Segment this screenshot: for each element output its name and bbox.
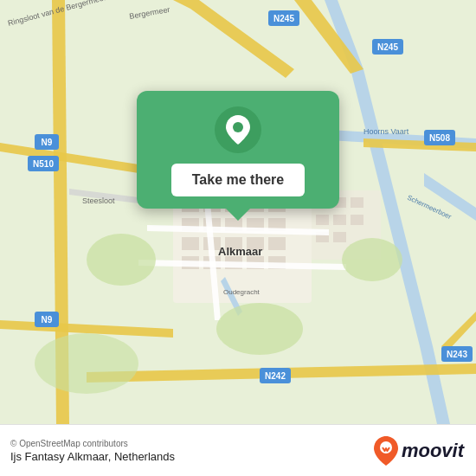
svg-text:N508: N508	[429, 133, 450, 143]
main-container: N9 N9 N510 N245 N245 N508 N242 N243 Rin	[0, 0, 476, 476]
svg-point-59	[233, 122, 243, 132]
svg-text:Oudegracht: Oudegracht	[223, 288, 261, 296]
popup-triangle	[226, 209, 250, 221]
location-popup: Take me there	[137, 91, 339, 209]
svg-point-33	[216, 303, 303, 355]
svg-point-31	[87, 234, 156, 286]
svg-rect-12	[182, 237, 199, 250]
svg-rect-27	[333, 215, 346, 225]
location-name: Ijs Fantasy Alkmaar, Netherlands	[10, 450, 175, 463]
svg-text:Alkmaar: Alkmaar	[218, 245, 262, 258]
footer-left: © OpenStreetMap contributors Ijs Fantasy…	[10, 439, 175, 463]
svg-text:N245: N245	[377, 42, 398, 52]
svg-rect-25	[351, 197, 363, 208]
copyright-text: © OpenStreetMap contributors	[10, 439, 175, 448]
svg-text:N242: N242	[265, 371, 286, 381]
svg-text:N243: N243	[447, 350, 467, 359]
svg-text:Hoorns Vaart: Hoorns Vaart	[363, 127, 409, 136]
moovit-pin-icon	[374, 436, 398, 466]
footer: © OpenStreetMap contributors Ijs Fantasy…	[0, 424, 476, 476]
moovit-text: moovit	[402, 440, 464, 462]
svg-rect-28	[351, 215, 363, 225]
svg-text:N9: N9	[42, 315, 53, 325]
take-me-there-button[interactable]: Take me there	[171, 164, 305, 196]
svg-rect-26	[316, 215, 329, 225]
location-pin-icon	[215, 106, 261, 153]
map-area: N9 N9 N510 N245 N245 N508 N242 N243 Rin	[0, 0, 476, 424]
svg-text:N9: N9	[42, 138, 53, 147]
svg-rect-16	[268, 237, 286, 250]
svg-point-32	[342, 238, 402, 281]
svg-point-34	[35, 333, 138, 394]
moovit-logo: moovit	[374, 436, 464, 466]
svg-rect-30	[333, 232, 346, 242]
svg-text:N510: N510	[33, 159, 54, 169]
svg-text:Steesloot: Steesloot	[82, 196, 115, 205]
svg-text:N245: N245	[273, 14, 294, 23]
